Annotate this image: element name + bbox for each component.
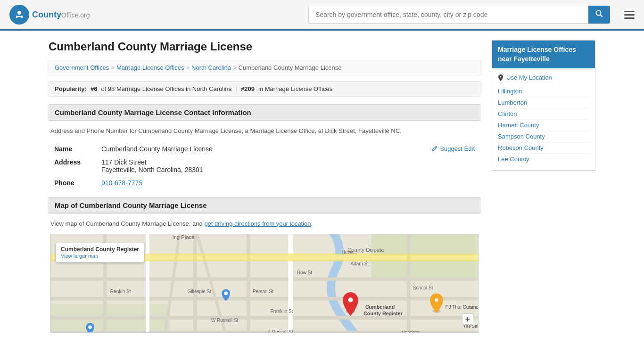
svg-rect-18 <box>288 234 293 332</box>
svg-rect-10 <box>51 277 478 281</box>
svg-point-4 <box>596 11 601 16</box>
svg-text:Franklin St: Franklin St <box>271 309 293 314</box>
svg-text:Gillespie St: Gillespie St <box>187 289 211 294</box>
table-row-phone: Phone 910-678-7775 <box>50 176 479 189</box>
name-value: Cumberland County Marriage License Sugge… <box>98 142 479 156</box>
rank1-text: of 98 Marriage License Offices in North … <box>101 85 231 92</box>
contact-section-body: Address and Phone Number for Cumberland … <box>49 126 480 197</box>
svg-text:School St: School St <box>413 285 433 290</box>
address-value: 117 Dick Street Fayetteville, North Caro… <box>98 156 479 176</box>
use-my-location-link[interactable]: Use My Location <box>498 74 589 81</box>
svg-text:Adam St: Adam St <box>350 261 369 266</box>
table-row-address: Address 117 Dick Street Fayetteville, No… <box>50 156 479 176</box>
sidebar-link-lumberton[interactable]: Lumberton <box>498 97 589 108</box>
svg-point-48 <box>224 292 228 296</box>
map-zoom-button[interactable]: + <box>462 313 473 325</box>
breadcrumb-link-govt[interactable]: Government Offices <box>55 64 109 71</box>
address-label: Address <box>50 156 98 176</box>
svg-point-44 <box>348 297 353 302</box>
svg-point-2 <box>16 16 18 17</box>
svg-text:W Russell St: W Russell St <box>211 318 239 323</box>
svg-text:American: American <box>401 329 420 332</box>
sidebar-link-lee[interactable]: Lee County <box>498 154 589 165</box>
svg-text:ing Place: ing Place <box>173 234 195 240</box>
breadcrumb-link-nc[interactable]: North Carolina <box>191 64 231 71</box>
popularity-bar: Popularity: #6 of 98 Marriage License Of… <box>49 81 480 97</box>
popularity-divider: | <box>236 85 237 92</box>
menu-button[interactable] <box>624 11 635 19</box>
svg-text:Rankin St: Rankin St <box>110 289 131 294</box>
svg-rect-19 <box>407 234 411 332</box>
breadcrumb-link-marriage[interactable]: Marriage License Offices <box>116 64 184 71</box>
phone-link[interactable]: 910-678-7775 <box>101 179 142 187</box>
menu-line <box>624 14 635 16</box>
map-container[interactable]: County Dispute Bow St Adam St Person St … <box>50 234 479 333</box>
contact-desc: Address and Phone Number for Cumberland … <box>50 126 479 136</box>
svg-text:PJ Thai Cuisine: PJ Thai Cuisine <box>446 304 478 310</box>
page-title: Cumberland County Marriage License <box>49 40 480 53</box>
contact-table: Name Cumberland County Marriage License … <box>50 142 479 189</box>
svg-text:Bow St: Bow St <box>297 270 312 275</box>
svg-text:Cumberland: Cumberland <box>365 304 395 310</box>
breadcrumb-sep: > <box>233 64 237 71</box>
search-button[interactable] <box>588 6 610 24</box>
name-label: Name <box>50 142 98 156</box>
logo-text: CountyOffice.org <box>32 10 90 20</box>
rank2-number: #209 <box>241 85 255 92</box>
search-input[interactable] <box>308 6 588 24</box>
contact-section-header: Cumberland County Marriage License Conta… <box>49 104 480 121</box>
main-container: Cumberland County Marriage License Gover… <box>39 31 605 350</box>
site-header: CountyOffice.org <box>0 0 644 31</box>
phone-label: Phone <box>50 176 98 189</box>
map-section-header: Map of Cumberland County Marriage Licens… <box>49 197 480 214</box>
sidebar-link-lillington[interactable]: Lillington <box>498 86 589 97</box>
content-area: Cumberland County Marriage License Gover… <box>49 40 480 340</box>
sidebar-link-clinton[interactable]: Clinton <box>498 108 589 120</box>
menu-line <box>624 11 635 12</box>
sidebar-title: Marriage License Offices near Fayettevil… <box>492 41 595 68</box>
sidebar: Marriage License Offices near Fayettevil… <box>492 40 595 340</box>
svg-line-5 <box>601 15 603 17</box>
svg-rect-12 <box>51 316 478 320</box>
table-row-name: Name Cumberland County Marriage License … <box>50 142 479 156</box>
svg-point-1 <box>17 11 21 15</box>
sidebar-link-sampson[interactable]: Sampson County <box>498 131 589 142</box>
breadcrumb-sep: > <box>111 64 115 71</box>
breadcrumb: Government Offices > Marriage License Of… <box>49 60 480 75</box>
suggest-edit-link[interactable]: Suggest Edit <box>431 145 475 152</box>
svg-text:Person St: Person St <box>253 289 273 294</box>
rank1-number: #6 <box>91 85 97 92</box>
edit-icon <box>431 145 438 152</box>
svg-text:E Russell St: E Russell St <box>267 329 293 332</box>
logo-link[interactable]: CountyOffice.org <box>9 5 90 25</box>
svg-point-3 <box>21 16 23 17</box>
map-section-body: View map of Cumberland County Marriage L… <box>49 219 480 341</box>
logo-icon <box>9 5 29 25</box>
phone-value: 910-678-7775 <box>98 176 479 189</box>
sidebar-body: Use My Location Lillington Lumberton Cli… <box>492 68 595 170</box>
map-tooltip-title: Cumberland County Register <box>61 246 139 253</box>
rank2-text: in Marriage License Offices <box>258 85 332 92</box>
breadcrumb-current: Cumberland County Marriage License <box>239 64 342 71</box>
map-tooltip: Cumberland County Register View larger m… <box>56 243 144 263</box>
breadcrumb-sep: > <box>186 64 190 71</box>
driving-directions-link[interactable]: get driving directions from your locatio… <box>204 220 311 227</box>
svg-text:Hawk...: Hawk... <box>342 249 358 255</box>
search-area <box>308 6 610 24</box>
popularity-label: Popularity: <box>55 85 87 92</box>
svg-text:County Register: County Register <box>363 311 403 316</box>
svg-rect-17 <box>247 234 250 332</box>
svg-rect-16 <box>193 234 197 332</box>
menu-line <box>624 17 635 19</box>
svg-rect-11 <box>51 297 478 301</box>
view-larger-map-link[interactable]: View larger map <box>61 253 98 259</box>
svg-rect-15 <box>146 234 149 332</box>
svg-text:🍴: 🍴 <box>434 297 439 303</box>
sidebar-link-harnett[interactable]: Harnett County <box>498 120 589 131</box>
svg-point-51 <box>88 325 92 329</box>
location-pin-icon <box>498 74 504 81</box>
map-desc: View map of Cumberland County Marriage L… <box>50 219 479 229</box>
sidebar-box: Marriage License Offices near Fayettevil… <box>492 40 595 171</box>
sidebar-link-robeson[interactable]: Robeson County <box>498 142 589 154</box>
